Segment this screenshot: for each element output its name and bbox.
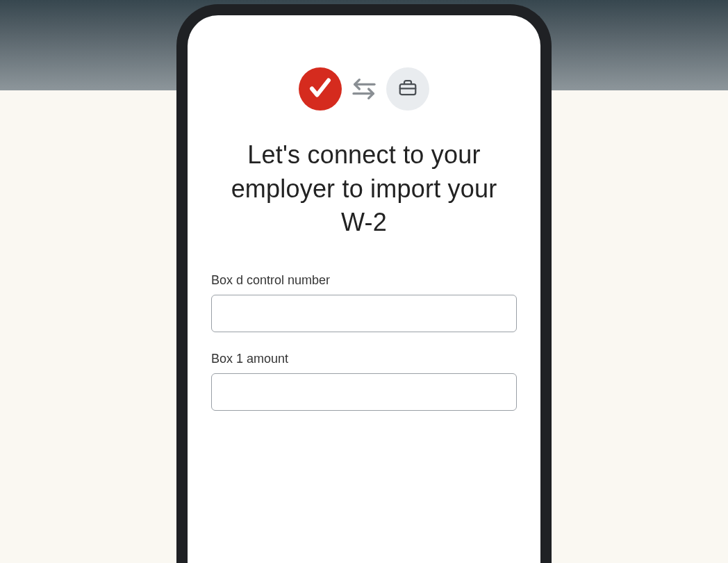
checkmark-badge: [299, 67, 342, 111]
swap-arrows-icon: [350, 75, 378, 103]
connection-icon-row: [211, 67, 517, 111]
check-icon: [308, 75, 333, 103]
box-d-input[interactable]: [211, 295, 517, 332]
phone-frame: Let's connect to your employer to import…: [176, 4, 552, 563]
box-1-group: Box 1 amount: [211, 352, 517, 411]
box-d-label: Box d control number: [211, 273, 517, 288]
svg-rect-2: [400, 84, 416, 95]
box-1-input[interactable]: [211, 373, 517, 411]
employer-badge: [386, 67, 429, 111]
briefcase-icon: [397, 77, 418, 101]
stage: Let's connect to your employer to import…: [0, 0, 728, 563]
page-heading: Let's connect to your employer to import…: [211, 138, 517, 240]
box-d-group: Box d control number: [211, 273, 517, 332]
box-1-label: Box 1 amount: [211, 352, 517, 366]
